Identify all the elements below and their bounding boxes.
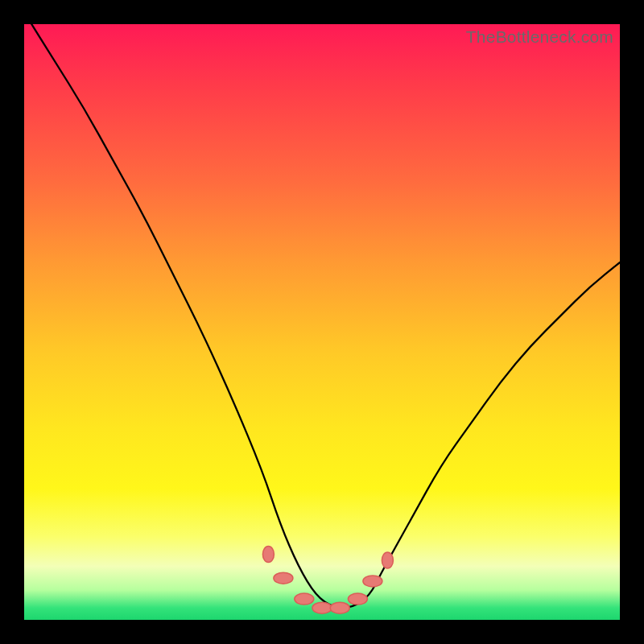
bottleneck-curve-path	[24, 12, 620, 608]
chart-frame: TheBottleneck.com	[0, 0, 644, 644]
valley-marker	[348, 593, 367, 605]
valley-marker	[274, 572, 293, 584]
valley-marker	[382, 552, 393, 568]
valley-marker	[330, 602, 349, 613]
valley-marker	[295, 593, 314, 605]
valley-marker	[312, 602, 332, 613]
valley-markers-group	[262, 547, 393, 614]
valley-marker	[262, 547, 274, 563]
valley-marker	[363, 576, 382, 587]
plot-area: TheBottleneck.com	[24, 24, 620, 620]
curve-svg	[24, 24, 620, 620]
